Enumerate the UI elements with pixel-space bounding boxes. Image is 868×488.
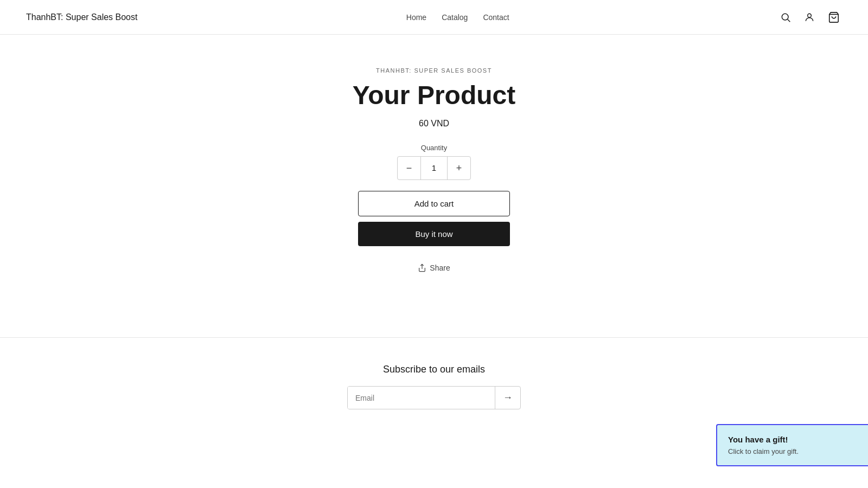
nav-catalog[interactable]: Catalog <box>442 13 468 22</box>
nav-icons-group <box>778 9 842 25</box>
quantity-section: Quantity − 1 + <box>397 144 471 180</box>
svg-point-0 <box>782 14 788 20</box>
buy-it-now-button[interactable]: Buy it now <box>358 222 510 246</box>
site-header: ThanhBT: Super Sales Boost Home Catalog … <box>0 0 868 35</box>
svg-line-1 <box>788 19 790 22</box>
quantity-increase-button[interactable]: + <box>448 157 470 179</box>
cart-button[interactable] <box>826 9 842 25</box>
search-icon <box>780 12 791 23</box>
account-button[interactable] <box>802 10 817 25</box>
share-icon <box>418 264 426 272</box>
gift-notification[interactable]: You have a gift! Click to claim your gif… <box>716 424 868 466</box>
search-button[interactable] <box>778 10 793 25</box>
email-submit-button[interactable]: → <box>495 387 520 409</box>
product-price: 60 VND <box>419 119 449 129</box>
quantity-label: Quantity <box>421 144 447 152</box>
nav-contact[interactable]: Contact <box>483 13 509 22</box>
main-content: THANHBT: SUPER SALES BOOST Your Product … <box>0 35 868 442</box>
share-icon-wrap: Share <box>418 264 450 272</box>
subscribe-title: Subscribe to our emails <box>383 364 485 375</box>
quantity-value: 1 <box>420 157 448 179</box>
gift-subtitle: Click to claim your gift. <box>728 447 857 455</box>
brand-logo[interactable]: ThanhBT: Super Sales Boost <box>26 12 137 22</box>
svg-point-2 <box>808 14 812 17</box>
main-nav: Home Catalog Contact <box>406 13 509 22</box>
add-to-cart-button[interactable]: Add to cart <box>358 191 510 216</box>
cart-icon <box>828 11 840 23</box>
account-icon <box>804 12 815 23</box>
gift-title: You have a gift! <box>728 435 857 444</box>
share-label: Share <box>430 264 450 272</box>
email-input[interactable] <box>348 387 495 409</box>
product-vendor: THANHBT: SUPER SALES BOOST <box>376 67 492 74</box>
share-section[interactable]: Share <box>418 264 450 272</box>
quantity-stepper: − 1 + <box>397 156 471 180</box>
product-title: Your Product <box>353 80 515 110</box>
quantity-decrease-button[interactable]: − <box>398 157 420 179</box>
nav-home[interactable]: Home <box>406 13 426 22</box>
email-form: → <box>347 386 521 409</box>
